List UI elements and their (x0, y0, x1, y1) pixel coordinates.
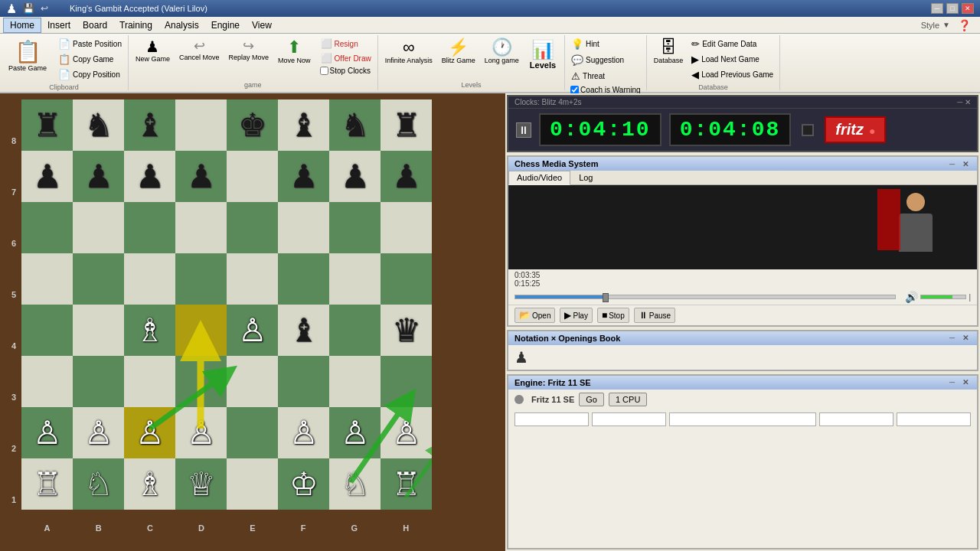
square-g1[interactable]: ♘ (329, 458, 381, 510)
engine-close-button[interactable]: ✕ (960, 378, 971, 387)
progress-handle[interactable] (603, 293, 609, 302)
offer-draw-button[interactable]: ⬜ Offer Draw (318, 51, 374, 65)
square-c5[interactable] (124, 253, 175, 305)
levels-button[interactable]: 📊 Levels (524, 37, 561, 72)
square-g4[interactable] (329, 305, 381, 356)
square-h4[interactable]: ♛ (381, 305, 432, 356)
square-e7[interactable] (227, 151, 278, 202)
square-g3[interactable] (329, 356, 381, 407)
square-a5[interactable] (21, 253, 73, 305)
square-g7[interactable]: ♟ (329, 151, 381, 202)
menu-training[interactable]: Training (113, 18, 158, 32)
square-d8[interactable] (175, 99, 227, 151)
square-a7[interactable]: ♟ (21, 151, 73, 202)
square-c4[interactable]: ♗ (124, 305, 175, 356)
square-h2[interactable]: ♙ (381, 407, 432, 458)
square-e2[interactable] (227, 407, 278, 458)
notation-minimize-button[interactable]: ─ (947, 334, 957, 343)
square-b6[interactable] (73, 202, 124, 253)
pause-button[interactable]: ⏸ Pause (634, 308, 675, 323)
load-next-game-button[interactable]: ▶ Load Next Game (688, 52, 776, 67)
square-f2[interactable]: ♙ (278, 407, 329, 458)
tab-log[interactable]: Log (570, 171, 601, 184)
media-close-button[interactable]: ✕ (960, 160, 971, 168)
long-game-button[interactable]: 🕐 Long game (481, 37, 523, 67)
square-a4[interactable] (21, 305, 73, 356)
maximize-button[interactable]: □ (946, 3, 959, 14)
square-h3[interactable] (381, 356, 432, 407)
square-f4[interactable]: ♝ (278, 305, 329, 356)
chessboard[interactable]: ♜ ♞ ♝ ♚ ♝ ♞ ♜ ♟ ♟ ♟ (21, 99, 432, 510)
tab-audio-video[interactable]: Audio/Video (508, 171, 570, 185)
cpu-button[interactable]: 1 CPU (609, 393, 647, 406)
square-e1[interactable] (227, 458, 278, 510)
square-c6[interactable] (124, 202, 175, 253)
menu-insert[interactable]: Insert (41, 18, 77, 32)
volume-bar[interactable] (920, 295, 966, 299)
square-d4[interactable] (175, 305, 227, 356)
quick-access[interactable]: 💾 (23, 3, 34, 14)
paste-game-button[interactable]: 📋 Paste Game (3, 37, 52, 74)
square-c3[interactable] (124, 356, 175, 407)
hint-button[interactable]: 💡 Hint (568, 37, 603, 51)
square-d3[interactable] (175, 356, 227, 407)
stop-clocks-checkbox[interactable] (320, 67, 328, 75)
copy-position-button[interactable]: 📄 Copy Position (55, 67, 125, 82)
engine-minimize-button[interactable]: ─ (947, 378, 957, 387)
paste-position-button[interactable]: 📄 Paste Position (55, 37, 125, 51)
square-h7[interactable]: ♟ (381, 151, 432, 202)
square-a6[interactable] (21, 202, 73, 253)
square-c8[interactable]: ♝ (124, 99, 175, 151)
menu-analysis[interactable]: Analysis (158, 18, 205, 32)
square-g8[interactable]: ♞ (329, 99, 381, 151)
square-d6[interactable] (175, 202, 227, 253)
square-c7[interactable]: ♟ (124, 151, 175, 202)
replay-move-button[interactable]: ↪ Replay Move (225, 37, 273, 64)
load-prev-game-button[interactable]: ◀ Load Previous Game (688, 67, 776, 82)
copy-game-button[interactable]: 📋 Copy Game (55, 52, 125, 67)
square-h6[interactable] (381, 202, 432, 253)
square-g6[interactable] (329, 202, 381, 253)
menu-view[interactable]: View (246, 18, 278, 32)
square-g2[interactable]: ♙ (329, 407, 381, 458)
style-dropdown[interactable]: ▼ (942, 21, 950, 29)
volume-cursor[interactable]: | (969, 293, 971, 302)
square-h8[interactable]: ♜ (381, 99, 432, 151)
close-button[interactable]: ✕ (962, 3, 974, 14)
notation-close-button[interactable]: ✕ (960, 334, 971, 343)
menu-home[interactable]: Home (3, 18, 41, 33)
square-f3[interactable] (278, 356, 329, 407)
square-b7[interactable]: ♟ (73, 151, 124, 202)
stop-clocks-check[interactable]: Stop Clocks (318, 66, 374, 76)
square-c2[interactable]: ♙ (124, 407, 175, 458)
help-icon[interactable]: ❓ (958, 19, 971, 31)
square-h1[interactable]: ♖ (381, 458, 432, 510)
database-button[interactable]: 🗄 Database (650, 37, 688, 67)
menu-engine[interactable]: Engine (205, 18, 246, 32)
open-button[interactable]: 📂 Open (514, 308, 555, 323)
clock-pause-button[interactable]: ⏸ (516, 122, 531, 138)
square-a1[interactable]: ♖ (21, 458, 73, 510)
suggestion-button[interactable]: 💬 Suggestion (568, 53, 627, 67)
square-f1[interactable]: ♔ (278, 458, 329, 510)
square-d5[interactable] (175, 253, 227, 305)
square-g5[interactable] (329, 253, 381, 305)
play-button[interactable]: ▶ Play (560, 308, 592, 323)
move-now-button[interactable]: ⬆ Move Now (274, 37, 315, 67)
menu-board[interactable]: Board (77, 18, 113, 32)
cancel-move-button[interactable]: ↩ Cancel Move (175, 37, 224, 64)
square-a8[interactable]: ♜ (21, 99, 73, 151)
quick-access2[interactable]: ↩ (41, 3, 48, 14)
square-d7[interactable]: ♟ (175, 151, 227, 202)
square-a2[interactable]: ♙ (21, 407, 73, 458)
square-e8[interactable]: ♚ (227, 99, 278, 151)
threat-button[interactable]: ⚠ Threat (568, 69, 608, 83)
new-game-button[interactable]: ♟ New Game (132, 37, 174, 65)
square-b1[interactable]: ♘ (73, 458, 124, 510)
square-e5[interactable] (227, 253, 278, 305)
square-d2[interactable]: ♙ (175, 407, 227, 458)
square-h5[interactable] (381, 253, 432, 305)
square-e3[interactable] (227, 356, 278, 407)
square-f5[interactable] (278, 253, 329, 305)
square-f6[interactable] (278, 202, 329, 253)
